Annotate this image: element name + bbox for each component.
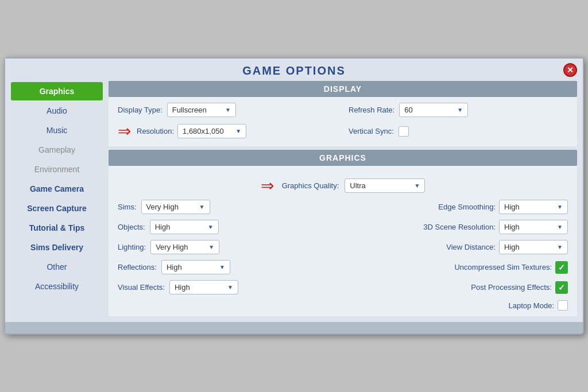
refresh-rate-row: Refresh Rate: 60 ▼ [349,103,568,117]
objects-dropdown[interactable]: High ▼ [150,220,219,234]
objects-arrow-icon: ▼ [208,224,214,230]
sidebar-item-environment[interactable]: Environment [11,160,103,178]
vertical-sync-checkbox[interactable] [399,126,409,137]
post-processing-row: Post Processing Effects: ✓ [349,281,568,294]
title-bar: Game Options ✕ [5,59,583,81]
view-distance-label: View Distance: [446,243,496,251]
lighting-dropdown[interactable]: Very High ▼ [150,240,219,254]
visual-effects-label: Visual Effects: [118,283,165,292]
display-type-value: Fullscreen [172,106,207,114]
reflections-arrow-icon: ▼ [219,264,225,270]
display-body: Display Type: Fullscreen ▼ Refresh Rate:… [109,97,577,146]
graphics-options-grid: Sims: Very High ▼ Edge Smoothing: High [118,200,568,311]
resolution-arrow-icon: ▼ [235,128,241,134]
main-panel: Display Display Type: Fullscreen ▼ [109,81,577,316]
display-header: Display [109,81,577,97]
scene-resolution-row: 3D Scene Resolution: High ▼ [349,220,568,234]
reflections-dropdown[interactable]: High ▼ [161,260,230,274]
close-button[interactable]: ✕ [563,63,577,77]
post-processing-label: Post Processing Effects: [471,283,552,292]
scene-resolution-value: High [504,223,520,231]
laptop-mode-row: Laptop Mode: [349,300,568,311]
uncompressed-row: Uncompressed Sim Textures: ✓ [349,261,568,274]
visual-effects-row: Visual Effects: High ▼ [118,280,337,294]
laptop-mode-label: Laptop Mode: [508,301,554,310]
display-type-dropdown[interactable]: Fullscreen ▼ [167,103,236,117]
resolution-dropdown[interactable]: 1,680x1,050 ▼ [177,124,246,138]
uncompressed-label: Uncompressed Sim Textures: [454,263,552,271]
visual-effects-arrow-icon: ▼ [227,284,233,290]
reflections-label: Reflections: [118,263,157,271]
graphics-quality-dropdown[interactable]: Ultra ▼ [345,178,425,193]
edge-smoothing-arrow-icon: ▼ [557,204,563,210]
lighting-label: Lighting: [118,243,146,251]
sidebar-item-audio[interactable]: Audio [11,102,103,120]
display-type-row: Display Type: Fullscreen ▼ [118,103,337,117]
sidebar-item-gamecamera[interactable]: Game Camera [11,180,103,198]
refresh-rate-arrow-icon: ▼ [457,107,463,113]
sidebar-item-gameplay[interactable]: Gameplay [11,141,103,159]
laptop-mode-checkbox[interactable] [558,300,568,311]
view-distance-arrow-icon: ▼ [557,244,563,250]
edge-smoothing-label: Edge Smoothing: [438,203,496,211]
sidebar-item-simsdelivery[interactable]: Sims Delivery [11,238,103,257]
uncompressed-checkbox[interactable]: ✓ [555,261,568,274]
visual-effects-dropdown[interactable]: High ▼ [169,280,238,294]
graphics-quality-value: Ultra [350,181,365,190]
view-distance-value: High [504,243,520,251]
resolution-label: Resolution: [137,127,174,135]
quality-arrow-indicator: ⇒ [261,176,274,195]
sims-arrow-icon: ▼ [199,204,205,210]
lighting-row: Lighting: Very High ▼ [118,240,337,254]
scene-resolution-label: 3D Scene Resolution: [423,223,496,231]
vertical-sync-row: Vertical Sync: [349,126,568,137]
lighting-value: Very High [156,243,188,251]
edge-smoothing-value: High [504,203,520,211]
game-options-window: Game Options ✕ Graphics Audio Music Game… [4,57,584,335]
scene-resolution-arrow-icon: ▼ [557,224,563,230]
sidebar: Graphics Audio Music Gameplay Environmen… [11,81,103,316]
resolution-value: 1,680x1,050 [183,127,224,135]
refresh-rate-dropdown[interactable]: 60 ▼ [399,103,468,117]
resolution-arrow-indicator: ⇒ [118,122,131,141]
graphics-body: ⇒ Graphics Quality: Ultra ▼ Sims: [109,166,577,316]
refresh-rate-value: 60 [404,106,412,114]
edge-smoothing-row: Edge Smoothing: High ▼ [349,200,568,214]
view-distance-row: View Distance: High ▼ [349,240,568,254]
scene-resolution-dropdown[interactable]: High ▼ [499,220,568,234]
bottom-bar [5,322,583,333]
objects-label: Objects: [118,223,145,231]
reflections-value: High [167,263,182,271]
resolution-row: ⇒ Resolution: 1,680x1,050 ▼ [118,122,337,141]
sims-row: Sims: Very High ▼ [118,200,337,214]
objects-row: Objects: High ▼ [118,220,337,234]
sidebar-item-accessibility[interactable]: Accessibility [11,277,103,296]
sidebar-item-music[interactable]: Music [11,121,103,139]
post-processing-checkbox[interactable]: ✓ [555,281,568,294]
sims-label: Sims: [118,203,137,211]
graphics-section: Graphics ⇒ Graphics Quality: Ultra ▼ [109,150,577,316]
display-section: Display Display Type: Fullscreen ▼ [109,81,577,146]
display-type-arrow-icon: ▼ [225,107,231,113]
quality-arrow-icon: ▼ [414,183,420,189]
objects-value: High [155,223,171,231]
sims-value: Very High [146,203,179,211]
view-distance-dropdown[interactable]: High ▼ [499,240,568,254]
graphics-header: Graphics [109,150,577,166]
graphics-quality-label: Graphics Quality: [282,181,339,190]
visual-effects-value: High [175,283,190,292]
refresh-rate-label: Refresh Rate: [349,106,394,114]
window-title: Game Options [5,64,583,77]
edge-smoothing-dropdown[interactable]: High ▼ [499,200,568,214]
display-type-label: Display Type: [118,106,163,114]
vertical-sync-label: Vertical Sync: [349,127,394,135]
lighting-arrow-icon: ▼ [208,244,214,250]
sidebar-item-graphics[interactable]: Graphics [11,82,103,100]
sims-dropdown[interactable]: Very High ▼ [141,200,210,214]
graphics-quality-row: ⇒ Graphics Quality: Ultra ▼ [118,172,568,200]
reflections-row: Reflections: High ▼ [118,260,337,274]
sidebar-item-screencapture[interactable]: Screen Capture [11,199,103,218]
sidebar-item-tutorialtips[interactable]: Tutorial & Tips [11,219,103,237]
sidebar-item-other[interactable]: Other [11,258,103,276]
